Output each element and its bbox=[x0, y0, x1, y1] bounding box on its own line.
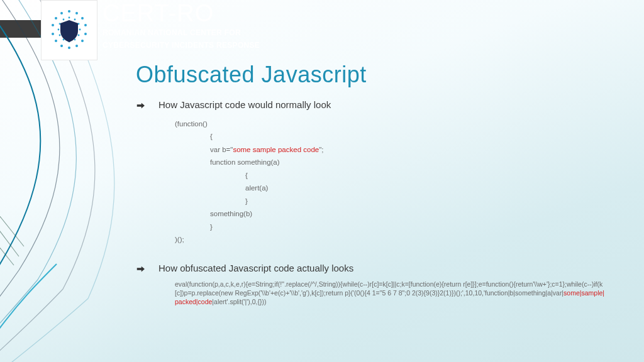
svg-point-7 bbox=[68, 47, 70, 49]
bullet-2: How obfuscated Javascript code actually … bbox=[136, 263, 606, 273]
svg-point-1 bbox=[75, 12, 78, 14]
svg-point-9 bbox=[55, 40, 57, 42]
svg-point-14 bbox=[69, 17, 70, 19]
page-title: Obfuscated Javascript bbox=[136, 62, 367, 88]
bullet-icon bbox=[136, 265, 145, 273]
code-line: alert(a) bbox=[175, 182, 606, 194]
code-sample-obfuscated: eval(function(p,a,c,k,e,r){e=String;if(!… bbox=[175, 280, 606, 307]
code-string-literal: some sample packed code bbox=[233, 146, 319, 153]
code-line: } bbox=[175, 195, 606, 207]
svg-point-0 bbox=[68, 10, 70, 13]
code-line: { bbox=[175, 169, 606, 182]
svg-point-23 bbox=[58, 29, 60, 31]
logo-title: CERT-RO bbox=[103, 1, 260, 25]
svg-point-4 bbox=[84, 33, 87, 35]
slide: CERT-RO ROMANIAN NATIONAL CENTER FOR CYB… bbox=[0, 0, 644, 362]
svg-point-10 bbox=[52, 33, 54, 35]
svg-point-6 bbox=[75, 45, 78, 47]
code-line: function something(a) bbox=[175, 156, 606, 168]
logo-subtitle-2: CYBERSECURITY INCIDENTS RESPONSE bbox=[103, 40, 260, 50]
svg-point-12 bbox=[55, 17, 57, 19]
svg-point-18 bbox=[78, 35, 80, 36]
bullet-2-text: How obfuscated Javascript code actually … bbox=[158, 263, 353, 273]
logo-block: CERT-RO ROMANIAN NATIONAL CENTER FOR CYB… bbox=[41, 0, 260, 60]
svg-point-15 bbox=[74, 19, 76, 21]
svg-point-25 bbox=[63, 19, 65, 21]
code-line: { bbox=[175, 130, 606, 143]
slide-body: How Javascript code would normally look … bbox=[136, 99, 606, 306]
code-line: } bbox=[175, 221, 606, 233]
svg-point-16 bbox=[78, 23, 80, 25]
svg-point-2 bbox=[81, 17, 84, 19]
logo-subtitle-1: ROMANIAN NATIONAL CENTER FOR bbox=[103, 28, 260, 38]
svg-point-3 bbox=[84, 24, 87, 26]
code-line: (function() bbox=[175, 118, 606, 130]
bullet-icon bbox=[136, 101, 145, 110]
bullet-1: How Javascript code would normally look bbox=[136, 99, 606, 110]
logo-text: CERT-RO ROMANIAN NATIONAL CENTER FOR CYB… bbox=[103, 0, 260, 50]
code-line: var b="some sample packed code"; bbox=[175, 143, 606, 156]
svg-point-24 bbox=[59, 23, 61, 25]
code-line: )(); bbox=[175, 233, 606, 246]
svg-point-11 bbox=[52, 24, 54, 26]
code-sample-normal: (function() { var b="some sample packed … bbox=[175, 118, 606, 246]
logo-image bbox=[41, 0, 97, 60]
svg-point-5 bbox=[81, 40, 84, 42]
svg-point-8 bbox=[60, 45, 63, 47]
left-accent-bar bbox=[0, 20, 44, 38]
svg-point-17 bbox=[79, 29, 81, 31]
svg-point-13 bbox=[60, 12, 63, 14]
bullet-1-text: How Javascript code would normally look bbox=[158, 99, 331, 110]
svg-point-22 bbox=[59, 35, 61, 36]
code-line: something(b) bbox=[175, 207, 606, 220]
